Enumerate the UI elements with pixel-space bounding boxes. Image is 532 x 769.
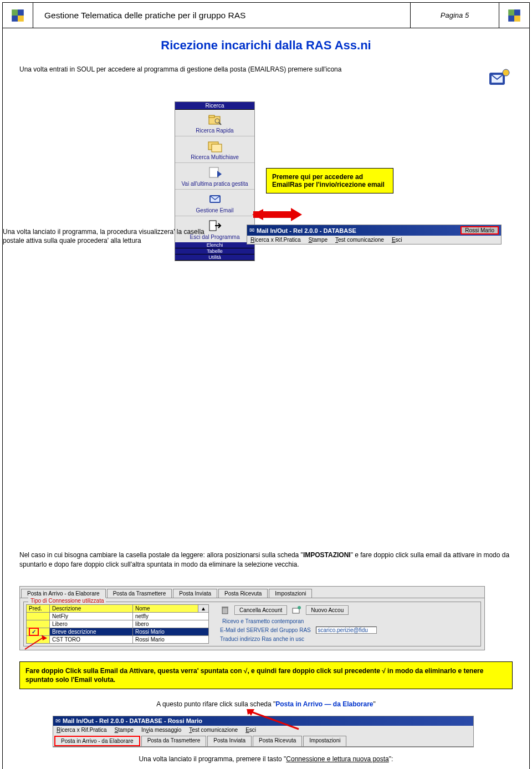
multi-search-icon <box>207 139 223 153</box>
new-account-icon <box>291 605 301 615</box>
nuovo-account-button[interactable]: Nuovo Accou <box>306 605 349 615</box>
svg-point-27 <box>298 606 301 609</box>
header-title: Gestione Telematica delle pratiche per i… <box>33 3 411 28</box>
menu-stampe[interactable]: Stampe <box>309 237 328 243</box>
svg-marker-21 <box>253 208 302 221</box>
red-arrow-2 <box>19 711 513 719</box>
fieldset-connessione: Tipo di Connessione utilizzata Pred. Des… <box>23 602 481 646</box>
col-pred: Pred. <box>27 604 50 612</box>
svg-marker-23 <box>42 635 47 640</box>
tab-posta-trasmettere[interactable]: Posta da Trasmettere <box>107 589 172 598</box>
tab-posta-ricevuta[interactable]: Posta Ricevuta <box>218 589 268 598</box>
window-icon: ✉ <box>249 227 254 234</box>
tab-posta-arrivo-active[interactable]: Posta in Arrivo - da Elaborare <box>54 736 140 746</box>
svg-line-22 <box>25 637 44 649</box>
svg-rect-7 <box>508 16 514 22</box>
tabs-row-1: Posta in Arrivo - da Elaborare Posta da … <box>20 587 484 598</box>
exit-icon <box>207 218 223 233</box>
toolbar-section-ricerca[interactable]: Ricerca <box>175 102 254 110</box>
toolbar-item-vai-ultima[interactable]: Vai all'ultima pratica gestita <box>175 162 254 189</box>
svg-rect-12 <box>209 115 214 118</box>
table-row-selected[interactable]: ✓ Breve descrizione Rossi Mario <box>27 628 209 635</box>
cancella-account-button[interactable]: Cancella Account <box>234 605 287 615</box>
svg-rect-1 <box>18 16 24 22</box>
menu-test[interactable]: Test comunicazione <box>335 237 384 243</box>
toolbar-section-utilita[interactable]: Utilità <box>175 254 254 261</box>
search-folder-icon <box>207 112 223 126</box>
callout-doppio-click: Fare doppio Click sulla Email da Attivar… <box>19 661 513 689</box>
tab-posta-ricevuta-2[interactable]: Posta Ricevuta <box>253 736 302 746</box>
pre: A questo punto rifare click sulla scheda… <box>156 700 275 708</box>
tab-posta-inviata[interactable]: Posta Inviata <box>173 589 217 598</box>
paragraph-impostazioni: Nel caso in cui bisogna cambiare la case… <box>19 551 513 569</box>
instruction-rifare-click: A questo punto rifare click sulla scheda… <box>19 700 513 708</box>
menu-invia[interactable]: Invia messaggio <box>141 727 181 733</box>
traduci-label: Traduci indirizzo Ras anche in usc <box>220 636 478 642</box>
table-row[interactable]: Libero libero <box>27 620 209 628</box>
window-title: Mail In/Out - Rel 2.0.0 - DATABASE <box>257 227 356 234</box>
intro-text: Una volta entrati in SOUL per accedere a… <box>19 65 475 74</box>
tab-posta-arrivo[interactable]: Posta in Arrivo - da Elaborare <box>21 589 106 598</box>
page-header: Gestione Telematica delle pratiche per i… <box>3 3 529 28</box>
svg-rect-25 <box>222 607 228 608</box>
trash-icon <box>220 605 230 615</box>
label: Ricerca Rapida <box>196 128 233 134</box>
menu-stampe[interactable]: Stampe <box>115 727 134 733</box>
intro-row: Una volta entrati in SOUL per accedere a… <box>19 65 513 91</box>
toolbar-item-gestione-email[interactable]: Gestione Email <box>175 189 254 216</box>
tab-impostazioni[interactable]: Impostazioni <box>269 589 312 598</box>
tab-posta-trasmettere-2[interactable]: Posta da Trasmettere <box>141 736 207 746</box>
menu-bar: Ricerca x Rif.Pratica Stampe Test comuni… <box>247 236 501 244</box>
svg-rect-6 <box>514 9 520 16</box>
toolbar-item-ricerca-rapida[interactable]: Ricerca Rapida <box>175 110 254 136</box>
pre: Una volta lanciato il programma, premere… <box>139 755 287 763</box>
menu-ricerca[interactable]: Ricerca x Rif.Pratica <box>250 237 301 243</box>
svg-line-28 <box>250 711 299 729</box>
menu-test[interactable]: Test comunicazione <box>189 727 238 733</box>
menu-ricerca[interactable]: Ricerca x Rif.Pratica <box>57 727 107 733</box>
table-row[interactable]: NetFly netfly <box>27 612 209 620</box>
menu-esci[interactable]: Esci <box>392 237 402 243</box>
svg-rect-17 <box>209 167 218 177</box>
callout-accedere-emailras: Premere qui per accedere ad EmailRas per… <box>266 168 393 193</box>
instruction-premere-connessione: Una volta lanciato il programma, premere… <box>19 755 513 763</box>
server-email-input[interactable]: scarico.perizie@fidu <box>316 627 377 634</box>
fieldset-legend: Tipo di Connessione utilizzata <box>28 598 106 604</box>
svg-rect-3 <box>12 16 18 22</box>
toolbar-section-tabelle[interactable]: Tabelle <box>175 248 254 254</box>
corner-logo-left-icon <box>3 3 33 28</box>
post: ": <box>389 755 393 763</box>
corner-logo-right-icon <box>499 3 529 28</box>
tab-posta-inviata-2[interactable]: Posta Inviata <box>207 736 252 746</box>
header-page-number: Pagina 5 <box>411 3 499 28</box>
label: Ricerca Multichiave <box>191 154 239 160</box>
toolbar-item-ricerca-multichiave[interactable]: Ricerca Multichiave <box>175 136 254 162</box>
table-row[interactable]: CST TORO Rossi Mario <box>27 635 209 643</box>
accounts-controls: Cancella Account Nuovo Accou Ricevo e Tr… <box>214 604 478 644</box>
tab-impostazioni-2[interactable]: Impostazioni <box>303 736 346 746</box>
svg-rect-24 <box>222 608 228 614</box>
text-impostazioni: IMPOSTAZIONI <box>303 551 351 559</box>
label: Gestione Email <box>196 207 234 213</box>
paragraph-lettura: Una volta lanciato il programma, la proc… <box>3 227 208 245</box>
goto-last-icon <box>207 165 223 180</box>
email-program-icon <box>486 65 513 91</box>
accounts-table: Pred. Descrizione Nome ▲ NetFly netfly <box>26 604 209 644</box>
red-arrow-icon <box>252 204 302 223</box>
text-pre: Nel caso in cui bisogna cambiare la case… <box>19 551 303 559</box>
accounts-table-wrap: Pred. Descrizione Nome ▲ NetFly netfly <box>26 604 214 644</box>
mail-window-titlebar-1: ✉ Mail In/Out - Rel 2.0.0 - DATABASE Ros… <box>247 225 502 245</box>
link: Connessione e lettura nuova posta <box>286 755 388 763</box>
section-toolbar: Ricerca Ricerca Rapida Ricerca Multichia… <box>19 101 513 290</box>
post: " <box>374 700 376 708</box>
email-icon <box>207 192 223 206</box>
label: Vai all'ultima pratica gestita <box>181 181 248 187</box>
server-label: E-Mail del SERVER del Gruppo RAS <box>220 627 311 633</box>
svg-rect-5 <box>514 16 520 22</box>
col-nome: Nome <box>133 604 198 612</box>
titlebar-user-slot: Rossi Mario <box>461 226 499 235</box>
ricevo-trasmetto-label: Ricevo e Trasmetto contemporan <box>222 618 478 624</box>
svg-point-10 <box>503 69 509 76</box>
svg-rect-0 <box>12 9 18 16</box>
settings-panel: Posta in Arrivo - da Elaborare Posta da … <box>19 586 485 650</box>
